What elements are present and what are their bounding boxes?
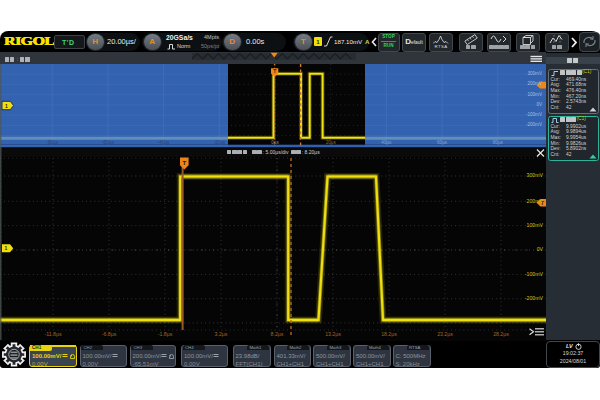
svg-text:T: T: [183, 160, 187, 166]
svg-text:1: 1: [5, 103, 8, 109]
svg-text:T: T: [273, 68, 276, 74]
svg-text:1: 1: [5, 245, 8, 251]
